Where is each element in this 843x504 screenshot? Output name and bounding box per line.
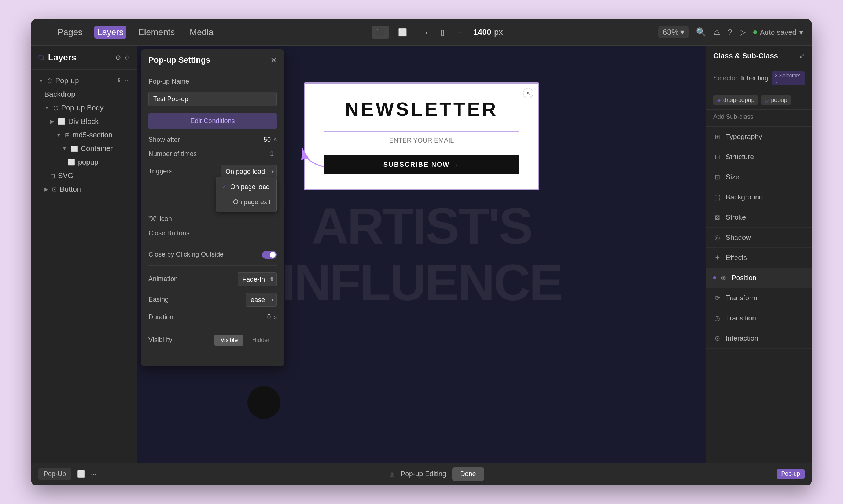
bg-art-text: ARTIST'SINFLUENCE xyxy=(281,198,562,311)
settings-close-icon[interactable]: ✕ xyxy=(270,56,277,65)
trigger-dropdown: ✓ On page load On page exit xyxy=(216,177,277,212)
dropdown-on-page-exit[interactable]: On page exit xyxy=(216,195,276,210)
canvas-area[interactable]: ARTIST'SINFLUENCE ✕ NEWSLETTER SUBSCRIBE… xyxy=(137,46,706,463)
nav-media[interactable]: Media xyxy=(187,26,216,39)
section-stroke[interactable]: ⊠ Stroke xyxy=(706,207,812,228)
layer-popup[interactable]: ▼ ⬡ Pop-up 👁 ··· xyxy=(31,74,137,88)
width-display: 1400 px xyxy=(473,27,503,37)
layer-popup-inner[interactable]: ⬜ popup xyxy=(31,155,137,169)
device-mobile-sm[interactable]: ▯ xyxy=(437,26,448,39)
popup-tag[interactable]: Pop-Up xyxy=(38,468,71,480)
play-button[interactable]: ▷ xyxy=(740,27,746,37)
section-structure[interactable]: ⊟ Structure xyxy=(706,147,812,167)
layer-popup-body[interactable]: ▼ ⬡ Pop-up Body xyxy=(31,101,137,115)
search-icon[interactable]: 🔍 xyxy=(696,27,706,37)
section-typography[interactable]: ⊞ Typography xyxy=(706,127,812,147)
layer-div-block[interactable]: ▶ ⬜ Div Block xyxy=(31,115,137,128)
zoom-chevron: ▾ xyxy=(680,27,684,37)
animation-select[interactable]: Fade-In xyxy=(238,272,277,286)
autosave-status: Auto saved ▾ xyxy=(753,28,803,37)
visibility-label: Visibility xyxy=(148,336,214,344)
tag-label2: popup xyxy=(771,97,787,103)
effects-label: Effects xyxy=(726,254,747,262)
position-icon: ⊕ xyxy=(719,274,727,282)
add-subclass[interactable]: Add Sub-class xyxy=(706,110,812,127)
section-effects[interactable]: ✦ Effects xyxy=(706,248,812,268)
easing-row: Easing ease ▾ xyxy=(148,293,277,307)
hidden-button[interactable]: Hidden xyxy=(246,335,277,346)
nav-layers[interactable]: Layers xyxy=(94,26,126,39)
edit-conditions-button[interactable]: Edit Conditions xyxy=(148,113,277,129)
effects-icon: ✦ xyxy=(713,254,721,262)
bg-circle xyxy=(247,386,280,419)
layer-container[interactable]: ▼ ⬜ Container xyxy=(31,142,137,155)
expand-icon: ▶ xyxy=(44,186,48,192)
bottom-square-icon[interactable]: ⬜ xyxy=(77,470,85,478)
easing-select[interactable]: ease xyxy=(246,293,277,307)
layer-svg[interactable]: ◻ SVG xyxy=(31,169,137,183)
email-input[interactable] xyxy=(324,131,519,150)
grid-icon[interactable]: ⊞ xyxy=(389,470,395,478)
transition-icon: ◷ xyxy=(713,314,721,322)
device-mobile[interactable]: ▭ xyxy=(417,26,431,39)
nav-elements[interactable]: Elements xyxy=(135,26,178,39)
expand-icon[interactable]: ⤢ xyxy=(799,52,805,60)
bottom-more-icon[interactable]: ··· xyxy=(91,470,96,478)
layer-button[interactable]: ▶ ⊡ Button xyxy=(31,183,137,196)
selector-row: Selector Inheriting 3 Selectors ↓ xyxy=(706,66,812,91)
diamond-icon[interactable]: ◇ xyxy=(125,54,130,62)
expand-icon: ▼ xyxy=(62,146,67,151)
more-icon[interactable]: ··· xyxy=(125,77,130,84)
popup-name-input[interactable] xyxy=(148,92,277,106)
device-desktop[interactable]: ⬛ xyxy=(372,26,389,39)
background-icon: ⬚ xyxy=(713,193,721,201)
class-tags: ◈ droip-popup ◇ popup xyxy=(706,91,812,110)
newsletter-title: NEWSLETTER xyxy=(324,98,519,120)
selector-badge[interactable]: 3 Selectors ↓ xyxy=(772,71,805,85)
device-tablet[interactable]: ⬜ xyxy=(394,26,411,39)
section-transform[interactable]: ⟳ Transform xyxy=(706,288,812,308)
visible-button[interactable]: Visible xyxy=(214,335,243,346)
layer-backdrop[interactable]: Backdrop xyxy=(31,88,137,101)
device-more[interactable]: ··· xyxy=(454,26,468,39)
size-label: Size xyxy=(726,173,739,181)
triggers-row: Triggers On page load ▾ ✓ xyxy=(148,165,277,179)
zoom-control[interactable]: 63% ▾ xyxy=(658,26,689,38)
bottom-bar: Pop-Up ⬜ ··· ⊞ Pop-up Editing Done Pop-u… xyxy=(31,463,812,485)
section-interaction[interactable]: ⊙ Interaction xyxy=(706,328,812,349)
done-button[interactable]: Done xyxy=(452,467,484,481)
zoom-value: 63% xyxy=(663,27,679,37)
help-icon[interactable]: ? xyxy=(728,27,732,37)
class-tag-droip[interactable]: ◈ droip-popup xyxy=(713,95,758,105)
class-tag-popup[interactable]: ◇ popup xyxy=(761,95,791,105)
section-shadow[interactable]: ◎ Shadow xyxy=(706,228,812,248)
number-of-times-value: 1 xyxy=(270,150,274,158)
eye-icon[interactable]: 👁 xyxy=(116,77,122,84)
transition-label: Transition xyxy=(726,314,756,322)
section-position[interactable]: ⊕ Position xyxy=(706,268,812,288)
modal-close-button[interactable]: ✕ xyxy=(523,88,533,98)
duration-row: Duration 0 s xyxy=(148,313,277,321)
layers-panel-icon: ⧉ xyxy=(38,53,44,62)
check-icon: ✓ xyxy=(222,184,227,190)
typography-label: Typography xyxy=(726,133,762,141)
layer-md5-section[interactable]: ▼ ⊞ md5-section xyxy=(31,128,137,142)
tag-label: droip-popup xyxy=(723,97,754,103)
duration-label: Duration xyxy=(148,313,267,321)
triggers-select[interactable]: On page load xyxy=(221,165,277,179)
subscribe-button[interactable]: SUBSCRIBE NOW → xyxy=(324,155,519,174)
close-by-clicking-toggle[interactable] xyxy=(262,251,277,259)
close-buttons-row: Close Buttons xyxy=(148,229,277,237)
hamburger-icon[interactable]: ☰ xyxy=(40,28,46,36)
bookmark-icon[interactable]: ⊙ xyxy=(115,54,121,62)
section-size[interactable]: ⊡ Size xyxy=(706,167,812,187)
divider2 xyxy=(148,265,277,266)
section-background[interactable]: ⬚ Background xyxy=(706,187,812,207)
position-label: Position xyxy=(732,274,757,282)
dropdown-on-page-load[interactable]: ✓ On page load xyxy=(216,180,276,195)
divider xyxy=(148,244,277,244)
nav-pages[interactable]: Pages xyxy=(55,26,85,39)
warning-icon[interactable]: ⚠ xyxy=(713,27,721,37)
selector-value: Inheriting xyxy=(741,74,768,82)
section-transition[interactable]: ◷ Transition xyxy=(706,308,812,328)
